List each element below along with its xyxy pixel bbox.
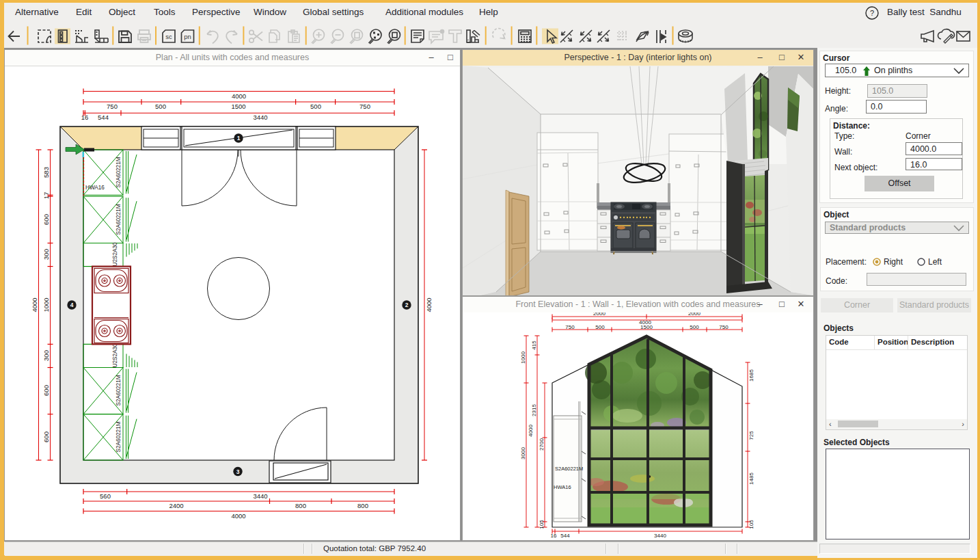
svg-text:S2A60221M: S2A60221M (115, 157, 122, 187)
svg-text:pn: pn (184, 33, 191, 40)
svg-text:3000: 3000 (520, 447, 526, 459)
svg-text:S2A60221M: S2A60221M (115, 375, 122, 405)
svg-text:105: 105 (748, 520, 754, 529)
svg-text:3: 3 (236, 468, 240, 475)
svg-text:S2A60221M: S2A60221M (115, 421, 122, 452)
svg-text:3440: 3440 (654, 533, 666, 539)
svg-text:750: 750 (565, 324, 575, 330)
svg-text:1500: 1500 (640, 324, 653, 330)
svg-text:1500: 1500 (231, 103, 245, 110)
svg-text:1: 1 (237, 135, 241, 142)
svg-text:4000: 4000 (231, 512, 245, 520)
svg-text:600: 600 (42, 214, 50, 225)
svg-text:1000: 1000 (42, 297, 50, 312)
svg-text:600: 600 (42, 431, 50, 442)
svg-text:300: 300 (42, 350, 50, 361)
svg-text:415: 415 (531, 341, 537, 350)
svg-text:4000: 4000 (31, 297, 38, 312)
svg-text:2: 2 (405, 302, 409, 308)
svg-text:3440: 3440 (253, 114, 267, 121)
svg-text:800: 800 (295, 502, 306, 509)
svg-text:750: 750 (719, 324, 729, 330)
svg-text:725: 725 (748, 431, 754, 440)
svg-text:2400: 2400 (169, 502, 183, 509)
svg-text:560: 560 (100, 492, 111, 500)
svg-text:17: 17 (42, 192, 50, 200)
svg-text:500: 500 (155, 103, 166, 110)
svg-text:300: 300 (42, 249, 50, 260)
svg-text:HWA16: HWA16 (554, 484, 571, 490)
svg-text:HWA16: HWA16 (85, 185, 105, 191)
svg-text:4000: 4000 (528, 425, 534, 437)
svg-text:544: 544 (560, 533, 570, 539)
svg-text:500: 500 (310, 103, 321, 110)
svg-text:500: 500 (690, 324, 699, 330)
svg-text:4000: 4000 (425, 297, 433, 312)
svg-text:500: 500 (595, 324, 605, 330)
svg-text:800: 800 (357, 502, 368, 509)
svg-text:S2A60221M: S2A60221M (555, 466, 583, 472)
svg-text:2000: 2000 (688, 312, 700, 317)
svg-text:750: 750 (359, 103, 370, 110)
svg-text:544: 544 (98, 114, 109, 121)
svg-text:600: 600 (42, 385, 50, 396)
svg-text:2700: 2700 (539, 438, 545, 451)
svg-text:16: 16 (551, 533, 557, 539)
svg-text:U2S2A30: U2S2A30 (112, 343, 118, 367)
svg-text:2315: 2315 (531, 404, 537, 416)
svg-text:1000: 1000 (520, 351, 526, 364)
svg-text:2000: 2000 (593, 312, 605, 317)
svg-text:4000: 4000 (232, 92, 246, 100)
svg-text:?: ? (870, 9, 874, 17)
svg-text:sc: sc (165, 33, 172, 40)
svg-text:16: 16 (81, 114, 89, 121)
svg-text:S2A60221M: S2A60221M (115, 204, 122, 235)
svg-text:3440: 3440 (253, 492, 267, 500)
svg-text:583: 583 (42, 167, 50, 178)
svg-text:1485: 1485 (748, 472, 754, 485)
svg-text:4: 4 (70, 302, 74, 308)
svg-text:750: 750 (107, 103, 118, 110)
svg-text:U2S2A30: U2S2A30 (112, 242, 118, 266)
svg-text:105: 105 (539, 520, 545, 529)
svg-text:1685: 1685 (748, 369, 754, 382)
